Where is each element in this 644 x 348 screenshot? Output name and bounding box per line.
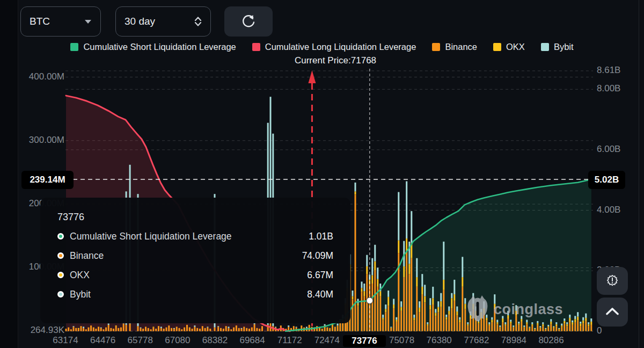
period-select-value: 30 day [125,16,155,27]
tooltip-series-dot-icon [57,252,64,259]
legend-item-label: Bybit [554,42,574,52]
x-axis-label: 72474 [305,335,348,346]
y-axis-label-left: 300.00M [21,135,64,146]
tooltip-price-title: 73776 [57,212,333,223]
current-price-label: Current Price:71768 [27,55,644,66]
legend-item-label: Cumulative Long Liquidation Leverage [265,42,416,52]
legend-item-cumulative-long-liquidation-leverage[interactable]: Cumulative Long Liquidation Leverage [252,42,416,52]
tooltip-series-value: 8.40M [307,289,333,300]
refresh-button[interactable] [224,6,273,37]
y-axis-label-right: 8.00B [597,83,620,94]
x-axis-label: 64476 [82,335,125,346]
y-axis-label-left: 264.93K [21,325,64,336]
chart-legend: Cumulative Short Liquidation LeverageCum… [0,42,644,52]
x-axis-label-selected: 73776 [343,335,386,347]
legend-swatch-icon [252,43,260,51]
legend-item-binance[interactable]: Binance [432,42,477,52]
x-axis-label: 76380 [418,335,460,346]
y-axis-label-left: 400.00M [21,71,64,82]
legend-item-label: Cumulative Short Liquidation Leverage [83,42,236,52]
tooltip-series-value: 6.67M [307,270,333,281]
symbol-select-value: BTC [30,16,50,27]
scroll-to-top-button[interactable] [597,298,628,327]
tooltip-row: Binance74.09M [57,250,333,262]
feedback-button[interactable] [597,267,628,295]
refresh-icon [241,13,256,30]
x-axis-label: 80286 [530,335,573,346]
coinglass-watermark: coinglass [466,294,563,324]
tooltip-series-dot-icon [57,272,64,278]
tooltip-series-label: Cumulative Short Liquidation Leverage [70,231,232,242]
y-axis-label-right: 4.00B [597,205,620,215]
tooltip-series-label: Binance [70,250,104,262]
legend-swatch-icon [70,43,78,51]
y-axis-label-right: 0 [597,325,602,336]
x-axis-label: 71172 [268,335,311,346]
tooltip-row: Bybit8.40M [57,288,333,300]
legend-swatch-icon [493,43,501,51]
legend-swatch-icon [432,43,440,51]
left-axis-marker-pill: 239.14M [21,171,74,189]
tooltip-series-label: OKX [70,270,90,281]
tooltip-series-label: Bybit [70,289,91,300]
x-axis-label: 69684 [231,335,274,346]
x-axis-label: 65778 [119,335,162,346]
right-axis-marker-pill: 5.02B [588,171,625,189]
x-axis-label: 63174 [44,335,87,346]
y-axis-label-right: 6.00B [597,144,620,155]
legend-item-label: OKX [506,42,525,52]
coinglass-watermark-text: coinglass [494,301,563,318]
period-select[interactable]: 30 day [115,6,211,37]
x-axis-label: 67080 [156,335,199,346]
legend-item-label: Binance [445,42,477,52]
crosshair-dot [367,298,373,304]
tooltip-row: Cumulative Short Liquidation Leverage1.0… [57,230,333,242]
tooltip-rows: Cumulative Short Liquidation Leverage1.0… [57,230,333,300]
select-spinner-icon [194,17,202,26]
legend-item-cumulative-short-liquidation-leverage[interactable]: Cumulative Short Liquidation Leverage [70,42,236,52]
x-axis-label: 75078 [380,335,423,346]
tooltip-series-dot-icon [57,233,64,240]
y-axis-label-right: 8.61B [597,65,620,76]
symbol-select[interactable]: BTC [20,6,101,37]
tooltip-row: OKX6.67M [57,269,333,281]
legend-item-bybit[interactable]: Bybit [541,42,574,52]
x-axis-label: 78984 [492,335,535,346]
liquidation-chart-app: BTC 30 day Cumulative Short Liquidation … [0,0,644,348]
tooltip-series-value: 74.09M [302,250,333,262]
chart-tooltip: 73776 Cumulative Short Liquidation Lever… [40,198,350,323]
tooltip-series-value: 1.01B [309,231,333,242]
chevron-up-icon [605,307,619,317]
chevron-down-icon [84,17,92,26]
x-axis-label: 68382 [193,335,236,346]
legend-swatch-icon [541,43,549,51]
legend-item-okx[interactable]: OKX [493,42,525,52]
coinglass-logo-icon [466,294,489,324]
alert-badge-icon [603,271,622,292]
tooltip-series-dot-icon [57,291,64,298]
x-axis-label: 77682 [455,335,498,346]
